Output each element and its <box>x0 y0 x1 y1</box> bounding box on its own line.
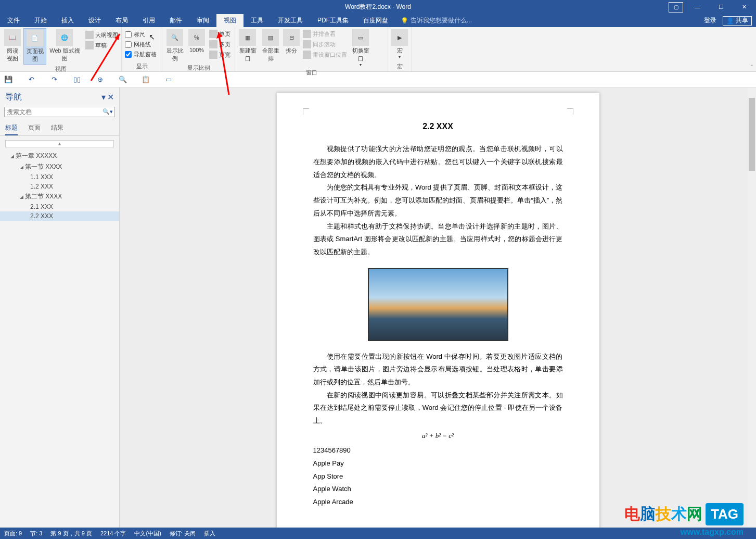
one-page-icon <box>209 30 217 38</box>
one-page-button[interactable]: 单页 <box>207 29 233 39</box>
close-button[interactable]: ✕ <box>733 0 756 14</box>
tab-baidu[interactable]: 百度网盘 <box>356 14 395 27</box>
status-words[interactable]: 2214 个字 <box>100 530 126 537</box>
tab-design[interactable]: 设计 <box>81 14 108 27</box>
qat-icon-8[interactable]: ▭ <box>163 74 174 85</box>
text-line: Apple Pay <box>313 457 563 470</box>
status-page[interactable]: 页面: 9 <box>4 530 22 537</box>
tab-file[interactable]: 文件 <box>0 14 27 27</box>
ribbon-group-show: 标尺 网格线 导航窗格 显示 <box>122 27 162 71</box>
search-input[interactable] <box>4 107 115 117</box>
tab-review[interactable]: 审阅 <box>189 14 216 27</box>
qat-icon-7[interactable]: 📋 <box>140 74 151 85</box>
print-layout-button[interactable]: 📄页面视图 <box>23 28 46 65</box>
login-link[interactable]: 登录 <box>704 16 716 25</box>
tab-layout[interactable]: 布局 <box>108 14 135 27</box>
status-section[interactable]: 节: 3 <box>30 530 42 537</box>
navpane-checkbox[interactable]: 导航窗格 <box>123 50 159 59</box>
reset-window-icon <box>303 51 311 59</box>
tree-node[interactable]: 1.2 XXX <box>0 182 119 191</box>
tab-references[interactable]: 引用 <box>135 14 162 27</box>
zoom-100-button[interactable]: %100% <box>186 28 207 54</box>
print-layout-icon: 📄 <box>27 30 43 46</box>
tree-node[interactable]: ◢第二节 XXXX <box>0 191 119 202</box>
margin-corner <box>303 108 309 115</box>
draft-view-button[interactable]: 草稿 <box>83 41 120 50</box>
maximize-button[interactable]: ☐ <box>709 0 733 14</box>
lightbulb-icon: 💡 <box>401 17 408 24</box>
undo-icon[interactable]: ↶ <box>26 74 36 85</box>
minimize-button[interactable]: — <box>686 0 709 14</box>
redo-icon[interactable]: ↷ <box>49 74 59 85</box>
expand-icon[interactable]: ◢ <box>20 194 25 199</box>
collapse-ribbon-icon[interactable]: ˆ <box>751 64 753 70</box>
reset-window-button[interactable]: 重设窗口位置 <box>301 50 349 59</box>
tab-pdf[interactable]: PDF工具集 <box>310 14 356 27</box>
tab-developer[interactable]: 开发工具 <box>271 14 310 27</box>
paragraph: 视频提供了功能强大的方法帮助您证明您的观点。当您单击联机视频时，可以在想要添加的… <box>313 143 563 181</box>
page-width-button[interactable]: 页宽 <box>207 50 233 59</box>
qat-icon-4[interactable]: ▯▯ <box>72 74 82 85</box>
tree-node[interactable]: ◢第一节 XXXX <box>0 161 119 172</box>
ribbon-display-options-icon[interactable]: ▢ <box>669 2 683 12</box>
gridlines-checkbox[interactable]: 网格线 <box>123 40 159 49</box>
text-line: 1234567890 <box>313 444 563 457</box>
sync-scroll-button[interactable]: 同步滚动 <box>301 40 349 49</box>
qat-icon-5[interactable]: ⊕ <box>95 74 105 85</box>
page: 2.2 XXX 视频提供了功能强大的方法帮助您证明您的观点。当您单击联机视频时，… <box>277 93 599 528</box>
zoom-button[interactable]: 🔍显示比例 <box>163 28 186 64</box>
qat-icon-6[interactable]: 🔍 <box>118 74 128 85</box>
nav-tab-results[interactable]: 结果 <box>51 121 63 135</box>
nav-close-icon[interactable]: ✕ <box>107 93 114 102</box>
ribbon-group-macros: ▶宏▾ 宏 <box>388 27 412 71</box>
scrollbar-thumb[interactable] <box>749 98 755 171</box>
web-layout-button[interactable]: 🌐Web 版式视图 <box>46 28 83 64</box>
tab-mailings[interactable]: 邮件 <box>162 14 189 27</box>
navigation-pane: 导航 ▾ ✕ 🔍▾ 标题 页面 结果 ▲ ◢第一章 XXXXX ◢第一节 XXX… <box>0 87 120 528</box>
nav-dropdown-icon[interactable]: ▾ <box>101 93 106 102</box>
tab-view[interactable]: 视图 <box>216 14 244 27</box>
tree-node-selected[interactable]: 2.2 XXX <box>0 211 119 221</box>
status-page-of[interactable]: 第 9 页，共 9 页 <box>50 530 92 537</box>
tab-home[interactable]: 开始 <box>27 14 54 27</box>
heading: 2.2 XXX <box>313 119 563 134</box>
ribbon-group-window: ▦新建窗口 ▤全部重排 ⊟拆分 并排查看 同步滚动 重设窗口位置 ▭切换窗口▾ … <box>235 27 388 71</box>
status-language[interactable]: 中文(中国) <box>134 530 161 537</box>
document-area[interactable]: 2.2 XXX 视频提供了功能强大的方法帮助您证明您的观点。当您单击联机视频时，… <box>120 87 756 528</box>
tree-node[interactable]: ◢第一章 XXXXX <box>0 151 119 161</box>
tell-me-box[interactable]: 💡 告诉我您想要做什么... <box>401 14 472 27</box>
watermark-text: 电脑技术网 <box>624 504 702 525</box>
new-window-button[interactable]: ▦新建窗口 <box>236 28 259 64</box>
macros-button[interactable]: ▶宏▾ <box>389 28 410 60</box>
status-insert[interactable]: 插入 <box>204 530 215 537</box>
formula: a² + b² = c² <box>313 430 563 443</box>
nav-tab-headings[interactable]: 标题 <box>5 121 18 135</box>
view-side-by-side-button[interactable]: 并排查看 <box>301 29 349 39</box>
save-icon[interactable]: 💾 <box>3 74 14 85</box>
tab-insert[interactable]: 插入 <box>54 14 81 27</box>
nav-jump-bar[interactable]: ▲ <box>5 140 114 147</box>
watermark-url: www.tagxp.com <box>681 528 744 537</box>
window-title: Word教程2.docx - Word <box>345 3 411 11</box>
expand-icon[interactable]: ◢ <box>20 165 25 170</box>
tab-tools[interactable]: 工具 <box>244 14 271 27</box>
split-button[interactable]: ⊟拆分 <box>282 28 301 56</box>
arrange-all-button[interactable]: ▤全部重排 <box>259 28 282 64</box>
vertical-scrollbar[interactable] <box>748 87 756 528</box>
expand-icon[interactable]: ◢ <box>10 154 16 159</box>
share-button[interactable]: 👤 共享 <box>723 16 752 26</box>
tree-node[interactable]: 2.1 XXX <box>0 202 119 211</box>
sync-scroll-icon <box>303 40 311 48</box>
new-window-icon: ▦ <box>239 29 256 46</box>
status-track[interactable]: 修订: 关闭 <box>170 530 196 537</box>
nav-tree: ◢第一章 XXXXX ◢第一节 XXXX 1.1 XXX 1.2 XXX ◢第二… <box>0 149 119 222</box>
tree-node[interactable]: 1.1 XXX <box>0 172 119 182</box>
nav-tab-pages[interactable]: 页面 <box>28 121 41 135</box>
multi-page-button[interactable]: 多页 <box>207 40 233 49</box>
share-icon: 👤 <box>726 17 734 24</box>
search-icon[interactable]: 🔍▾ <box>102 108 113 115</box>
ribbon-group-views: 📖阅读 视图 📄页面视图 🌐Web 版式视图 大纲视图 草稿 视图 <box>0 27 122 71</box>
switch-windows-button[interactable]: ▭切换窗口▾ <box>349 28 372 68</box>
read-mode-button[interactable]: 📖阅读 视图 <box>1 28 23 64</box>
outline-view-button[interactable]: 大纲视图 <box>83 30 120 40</box>
